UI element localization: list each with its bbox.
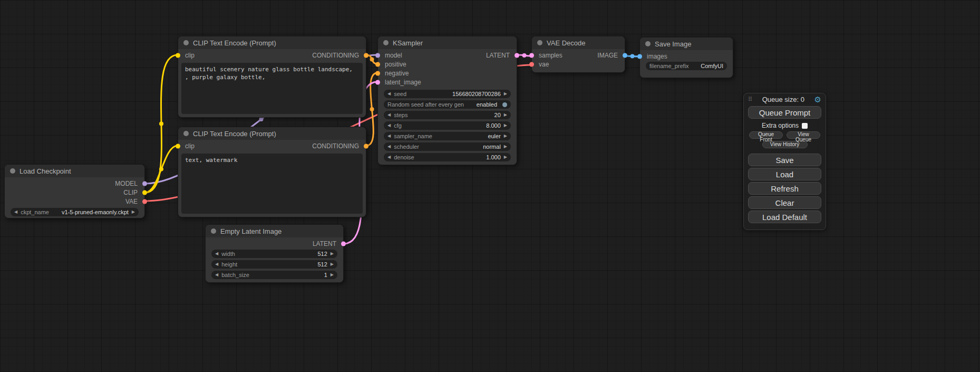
increment-arrow-icon[interactable]: ▶ xyxy=(504,155,507,159)
node-title-bar[interactable]: CLIP Text Encode (Prompt) xyxy=(178,127,366,140)
widget-denoise[interactable]: ◀ denoise 1.000 ▶ xyxy=(384,153,511,161)
increment-arrow-icon[interactable]: ▶ xyxy=(132,210,135,214)
decrement-arrow-icon[interactable]: ◀ xyxy=(387,134,391,138)
node-title-bar[interactable]: VAE Decode xyxy=(532,36,625,49)
increment-arrow-icon[interactable]: ▶ xyxy=(504,92,507,96)
widget-label: denoise xyxy=(394,154,414,160)
output-slot-row: LATENT xyxy=(206,239,343,248)
widget-label: steps xyxy=(394,112,407,118)
decrement-arrow-icon[interactable]: ◀ xyxy=(14,210,17,214)
decrement-arrow-icon[interactable]: ◀ xyxy=(387,145,391,149)
slot-dot-latent-output[interactable] xyxy=(515,53,519,58)
settings-gear-icon[interactable]: ⚙ xyxy=(814,96,821,103)
decrement-arrow-icon[interactable]: ◀ xyxy=(215,262,218,266)
decrement-arrow-icon[interactable]: ◀ xyxy=(387,92,391,96)
widget-batch-size[interactable]: ◀ batch_size 1 ▶ xyxy=(211,271,337,279)
widget-sampler-name[interactable]: ◀ sampler_name euler ▶ xyxy=(384,132,511,140)
decrement-arrow-icon[interactable]: ◀ xyxy=(387,155,391,159)
widget-value: 512 xyxy=(317,261,327,268)
decrement-arrow-icon[interactable]: ◀ xyxy=(387,113,391,117)
node-vae-decode[interactable]: VAE Decode samples IMAGE vae xyxy=(531,36,625,73)
queue-panel-header: ⠿ Queue size: 0 ⚙ xyxy=(744,93,826,104)
slot-dot-image-output[interactable] xyxy=(623,53,627,58)
slot-dot-negative-input[interactable] xyxy=(375,71,380,75)
slot-label-latent-image: latent_image xyxy=(385,79,421,86)
positive-prompt-textarea[interactable]: beautiful scenery nature glass bottle la… xyxy=(181,63,363,114)
node-clip-text-encode-positive[interactable]: CLIP Text Encode (Prompt) clip CONDITION… xyxy=(178,36,366,118)
decrement-arrow-icon[interactable]: ◀ xyxy=(215,252,218,256)
slot-label-latent: LATENT xyxy=(486,52,510,59)
save-button[interactable]: Save xyxy=(748,154,821,166)
widget-value: 8.000 xyxy=(486,122,501,129)
slot-dot-conditioning-output[interactable] xyxy=(364,53,368,58)
queue-panel: ⠿ Queue size: 0 ⚙ Queue Prompt Extra opt… xyxy=(743,93,826,230)
increment-arrow-icon[interactable]: ▶ xyxy=(331,262,334,266)
node-title-bar[interactable]: CLIP Text Encode (Prompt) xyxy=(178,36,366,49)
node-status-dot xyxy=(537,40,542,45)
widget-value: normal xyxy=(483,144,501,150)
slot-dot-samples-input[interactable] xyxy=(529,53,534,58)
node-title-bar[interactable]: KSampler xyxy=(378,36,517,49)
widget-value: 156680208700286 xyxy=(452,91,501,97)
increment-arrow-icon[interactable]: ▶ xyxy=(504,134,507,138)
slot-dot-clip-output[interactable] xyxy=(142,190,147,195)
increment-arrow-icon[interactable]: ▶ xyxy=(331,252,334,256)
load-default-button[interactable]: Load Default xyxy=(748,211,821,223)
widget-filename-prefix[interactable]: filename_prefix ComfyUI xyxy=(646,62,727,70)
drag-handle-icon[interactable]: ⠿ xyxy=(748,96,752,103)
queue-front-button[interactable]: Queue Front xyxy=(749,131,783,139)
slot-dot-vae-input[interactable] xyxy=(529,62,534,66)
widget-label: ckpt_name xyxy=(21,209,49,215)
slot-dot-latent-output[interactable] xyxy=(341,241,346,246)
queue-prompt-button[interactable]: Queue Prompt xyxy=(748,106,821,119)
node-title-bar[interactable]: Load Checkpoint xyxy=(5,165,144,177)
decrement-arrow-icon[interactable]: ◀ xyxy=(387,123,391,128)
widget-random-seed-toggle[interactable]: Random seed after every gen enabled xyxy=(384,100,511,109)
clear-button[interactable]: Clear xyxy=(748,196,821,209)
slot-dot-latent-image-input[interactable] xyxy=(375,80,380,84)
negative-prompt-textarea[interactable]: text, watermark xyxy=(181,154,363,214)
widget-seed[interactable]: ◀ seed 156680208700286 ▶ xyxy=(384,90,511,98)
slot-dot-clip-input[interactable] xyxy=(176,53,180,58)
widget-ckpt-name[interactable]: ◀ ckpt_name v1-5-pruned-emaonly.ckpt ▶ xyxy=(11,208,139,216)
node-title-bar[interactable]: Empty Latent Image xyxy=(206,225,343,237)
widget-label: scheduler xyxy=(394,144,419,150)
widget-cfg[interactable]: ◀ cfg 8.000 ▶ xyxy=(384,121,511,130)
slot-dot-conditioning-output[interactable] xyxy=(364,144,368,148)
slot-dot-model-input[interactable] xyxy=(375,53,380,58)
extra-options-checkbox[interactable] xyxy=(802,123,808,129)
node-canvas[interactable]: Load Checkpoint MODEL CLIP VAE ◀ ckpt_na… xyxy=(0,0,980,372)
widget-scheduler[interactable]: ◀ scheduler normal ▶ xyxy=(384,142,511,151)
node-load-checkpoint[interactable]: Load Checkpoint MODEL CLIP VAE ◀ ckpt_na… xyxy=(4,164,145,218)
toggle-indicator-dot[interactable] xyxy=(502,102,507,107)
node-ksampler[interactable]: KSampler model LATENT positive negative … xyxy=(377,36,517,165)
widget-label: width xyxy=(221,251,235,257)
increment-arrow-icon[interactable]: ▶ xyxy=(504,113,507,117)
widget-value: 1.000 xyxy=(486,154,501,160)
node-empty-latent-image[interactable]: Empty Latent Image LATENT ◀ width 512 ▶ … xyxy=(205,224,344,283)
queue-size-label: Queue size: 0 xyxy=(752,96,814,103)
node-title-bar[interactable]: Save Image xyxy=(640,37,733,50)
widget-height[interactable]: ◀ height 512 ▶ xyxy=(211,260,337,269)
widget-steps[interactable]: ◀ steps 20 ▶ xyxy=(384,111,511,119)
load-button[interactable]: Load xyxy=(748,168,821,180)
slot-dot-clip-input[interactable] xyxy=(176,144,180,148)
widget-width[interactable]: ◀ width 512 ▶ xyxy=(211,250,337,258)
increment-arrow-icon[interactable]: ▶ xyxy=(504,145,507,149)
slot-dot-vae-output[interactable] xyxy=(142,199,147,204)
refresh-button[interactable]: Refresh xyxy=(748,182,821,195)
increment-arrow-icon[interactable]: ▶ xyxy=(331,273,334,277)
slot-row: negative xyxy=(378,69,517,78)
node-status-dot xyxy=(183,40,189,45)
link-midpoint-dot xyxy=(370,107,374,111)
slot-dot-model-output[interactable] xyxy=(142,181,147,186)
slot-label-conditioning: CONDITIONING xyxy=(312,142,359,150)
slot-dot-images-input[interactable] xyxy=(637,54,642,59)
slot-dot-positive-input[interactable] xyxy=(375,62,380,66)
view-queue-button[interactable]: View Queue xyxy=(787,131,820,139)
decrement-arrow-icon[interactable]: ◀ xyxy=(215,273,218,277)
increment-arrow-icon[interactable]: ▶ xyxy=(504,123,507,128)
node-status-dot xyxy=(183,131,189,136)
node-save-image[interactable]: Save Image images filename_prefix ComfyU… xyxy=(639,37,733,78)
node-clip-text-encode-negative[interactable]: CLIP Text Encode (Prompt) clip CONDITION… xyxy=(178,127,366,217)
